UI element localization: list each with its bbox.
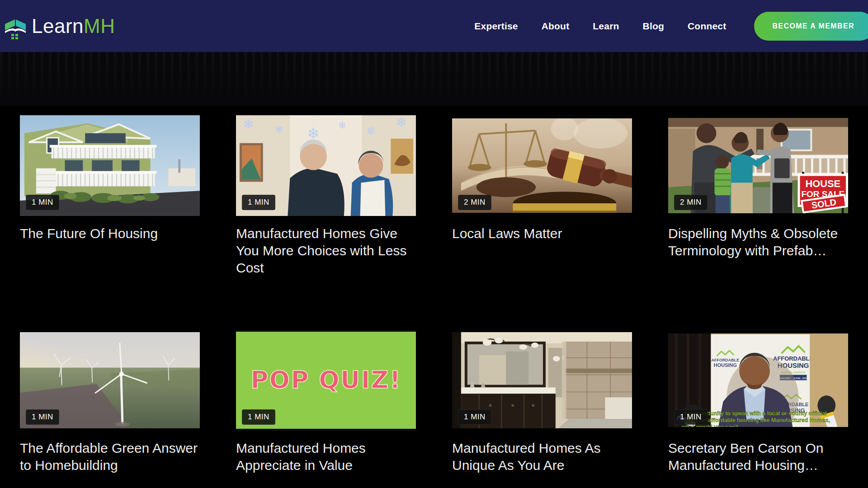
video-card-affordable-green[interactable]: 1 MIN The Affordable Green Answer to Hom… [20, 330, 200, 474]
hero-dark-strip [0, 52, 868, 106]
child-figure [714, 155, 731, 216]
video-title[interactable]: Manufactured Homes Appreciate in Value [236, 440, 416, 474]
svg-text:AFFORDABLE: AFFORDABLE [773, 355, 813, 362]
svg-text:❄: ❄ [243, 116, 254, 132]
thumbnail-bathroom-interior[interactable]: 1 MIN [452, 330, 632, 431]
duration-badge: 1 MIN [242, 195, 275, 210]
video-card-future-of-housing[interactable]: 1 MIN The Future Of Housing [20, 115, 200, 277]
video-title[interactable]: The Affordable Green Answer to Homebuild… [20, 440, 200, 474]
hero-porch-railing-texture [0, 52, 868, 106]
svg-text:HOUSE: HOUSE [805, 178, 840, 189]
video-title[interactable]: Manufactured Homes Give You More Choices… [236, 225, 416, 277]
video-card-dispelling-myths[interactable]: HOUSE FOR SALE SOLD 2 MIN Dispelling Myt… [668, 115, 848, 277]
main-nav: Expertise About Learn Blog Connect [474, 21, 726, 32]
duration-badge: 1 MIN [26, 409, 59, 425]
thumbnail-elderly-couple[interactable]: ❄❄ ❄❄ ❄❄ 1 MIN [236, 115, 416, 216]
video-card-more-choices-less-cost[interactable]: ❄❄ ❄❄ ❄❄ 1 MIN Manufact [236, 115, 416, 277]
learnmh-page: LearnMH Expertise About Learn Blog Conne… [0, 0, 868, 488]
video-card-unique-as-you-are[interactable]: 1 MIN Manufactured Homes As Unique As Yo… [452, 330, 632, 474]
thumbnail-wind-turbines[interactable]: 1 MIN [20, 330, 200, 431]
video-title[interactable]: Dispelling Myths & Obsolete Terminology … [668, 225, 848, 259]
nav-learn[interactable]: Learn [593, 21, 619, 32]
duration-badge: 1 MIN [674, 409, 708, 425]
video-card-appreciate-in-value[interactable]: POP QUIZ! 1 MIN Manufactured Homes Appre… [236, 330, 416, 474]
duration-badge: 2 MIN [674, 195, 708, 210]
thumbnail-house-exterior[interactable]: 1 MIN [20, 115, 200, 216]
thumbnail-family-realtor-sold-sign[interactable]: HOUSE FOR SALE SOLD 2 MIN [668, 115, 848, 216]
svg-text:POP QUIZ!: POP QUIZ! [250, 366, 401, 394]
thumbnail-gavel-scales[interactable]: 2 MIN [452, 115, 632, 216]
thumbnail-ben-carson-interview[interactable]: AFFORDABLE HOUSING ACROSS AMERICA JANUAR… [668, 330, 848, 431]
svg-text:AFFORDABLE: AFFORDABLE [712, 358, 740, 362]
nav-about[interactable]: About [542, 21, 570, 32]
video-title[interactable]: The Future Of Housing [20, 225, 200, 242]
nav-expertise[interactable]: Expertise [474, 21, 518, 32]
logo-wordmark: LearnMH [32, 15, 115, 38]
video-title[interactable]: Local Laws Matter [452, 225, 632, 242]
video-card-local-laws[interactable]: 2 MIN Local Laws Matter [452, 115, 632, 277]
video-title[interactable]: Secretary Ben Carson On Manufactured Hou… [668, 440, 848, 474]
video-grid: 1 MIN The Future Of Housing ❄❄ ❄ [0, 115, 868, 474]
logo[interactable]: LearnMH [4, 13, 115, 39]
svg-text:HOUSING: HOUSING [714, 362, 737, 368]
duration-badge: 1 MIN [242, 409, 275, 425]
site-header: LearnMH Expertise About Learn Blog Conne… [0, 0, 868, 52]
video-card-ben-carson[interactable]: AFFORDABLE HOUSING ACROSS AMERICA JANUAR… [668, 330, 848, 474]
nav-connect[interactable]: Connect [688, 21, 726, 32]
logo-book-house-icon [4, 13, 27, 39]
video-title[interactable]: Manufactured Homes As Unique As You Are [452, 440, 632, 474]
svg-text:❄: ❄ [396, 115, 407, 130]
duration-badge: 1 MIN [458, 409, 491, 425]
duration-badge: 2 MIN [458, 195, 491, 210]
become-a-member-button[interactable]: BECOME A MEMBER [754, 12, 868, 41]
nav-blog[interactable]: Blog [643, 21, 664, 32]
duration-badge: 1 MIN [26, 195, 59, 210]
thumbnail-pop-quiz[interactable]: POP QUIZ! 1 MIN [236, 330, 416, 431]
